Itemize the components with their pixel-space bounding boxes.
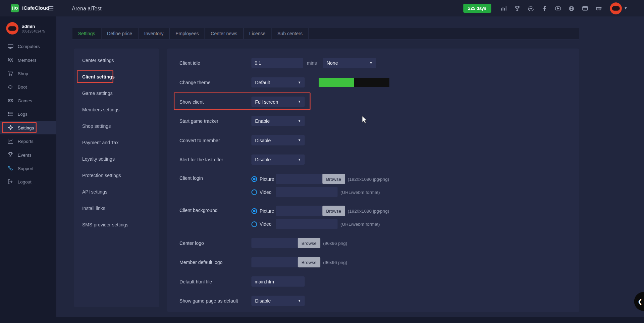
nav-item-api-settings[interactable]: API settings <box>74 183 159 200</box>
tab-sub-centers[interactable]: Sub centers <box>272 28 309 39</box>
sidebar-item-logs[interactable]: Logs <box>0 107 56 121</box>
center-logo-browse-button[interactable]: Browse <box>298 238 320 248</box>
sidebar-item-label: Support <box>18 166 34 171</box>
tab-settings[interactable]: Settings <box>72 28 101 39</box>
center-logo-input[interactable] <box>251 238 298 248</box>
show-client-label: Show client <box>179 99 251 104</box>
menu-toggle-icon[interactable] <box>47 5 54 11</box>
sidebar-item-boot[interactable]: Boot <box>0 80 56 94</box>
change-theme-label: Change theme <box>179 80 251 85</box>
chevron-down-icon[interactable]: ▼ <box>624 6 628 10</box>
client-idle-input[interactable] <box>251 58 303 68</box>
sidebar-item-computers[interactable]: Computers <box>0 40 56 53</box>
sidebar-item-members[interactable]: Members <box>0 53 56 66</box>
client-idle-label: Client idle <box>179 61 251 66</box>
member-default-logo-input[interactable] <box>251 257 298 268</box>
alert-last-offer-select[interactable]: Disable ▼ <box>251 154 305 165</box>
theme-primary-swatch <box>319 78 354 87</box>
sidebar-item-shop[interactable]: Shop <box>0 66 56 80</box>
client-login-video-input[interactable] <box>276 187 338 197</box>
nav-item-sms-provider-settings[interactable]: SMS provider settings <box>74 216 159 233</box>
nav-item-members-settings[interactable]: Members settings <box>74 101 159 118</box>
convert-to-member-select[interactable]: Disable ▼ <box>251 135 305 146</box>
show-client-value: Full screen <box>255 99 278 104</box>
sidebar-item-reports[interactable]: Reports <box>0 134 56 148</box>
sidebar-user-id: 005193482475 <box>22 29 45 33</box>
row-start-game-tracker: Start game tracker Enable ▼ <box>179 111 579 131</box>
tab-employees[interactable]: Employees <box>170 28 205 39</box>
sidebar-item-label: Reports <box>18 139 34 144</box>
tab-center-news[interactable]: Center news <box>205 28 244 39</box>
sidebar-item-events[interactable]: Events <box>0 148 56 161</box>
client-background-label: Client background <box>179 201 251 213</box>
client-login-label: Client login <box>179 169 251 180</box>
user-avatar[interactable] <box>610 2 622 14</box>
sidebar-item-support[interactable]: Support <box>0 161 56 175</box>
client-login-picture-input[interactable] <box>276 174 322 184</box>
client-login-video-hint: (URL/webm format) <box>340 190 380 195</box>
computer-icon <box>7 43 13 49</box>
nav-item-protection-settings[interactable]: Protection settings <box>74 167 159 183</box>
globe-icon[interactable] <box>567 3 576 13</box>
client-idle-action-value: None <box>327 61 338 66</box>
change-theme-select[interactable]: Default ▼ <box>251 77 305 88</box>
center-tabs: Settings Define price Inventory Employee… <box>72 28 579 39</box>
sidebar-item-settings[interactable]: Settings <box>0 121 56 134</box>
client-background-picture-radio[interactable] <box>251 208 257 214</box>
sidebar-item-label: Settings <box>18 125 34 130</box>
subscription-days-badge[interactable]: 225 days <box>463 4 491 13</box>
tab-license[interactable]: License <box>244 28 272 39</box>
default-html-file-input[interactable] <box>251 276 305 287</box>
chevron-down-icon: ▼ <box>298 158 301 161</box>
trophy-icon <box>7 152 13 158</box>
client-background-picture-browse-button[interactable]: Browse <box>322 206 345 216</box>
nav-item-client-settings[interactable]: Client settings <box>74 68 159 85</box>
app-root: iCafeCloud Arena aiTest 225 days <box>0 0 644 323</box>
show-game-page-value: Disable <box>255 299 271 304</box>
client-background-video-radio[interactable] <box>251 221 257 227</box>
discord-icon[interactable] <box>526 3 535 13</box>
alert-last-offer-label: Alert for the last offer <box>179 157 251 162</box>
nav-item-payment-and-tax[interactable]: Payment and Tax <box>74 134 159 151</box>
client-login-picture-radio[interactable] <box>251 176 257 182</box>
nav-item-center-settings[interactable]: Center settings <box>74 52 159 69</box>
row-client-background: Client background Picture Browse (1920x1… <box>179 201 579 233</box>
client-background-video-radio-label: Video <box>260 222 276 227</box>
show-game-page-select[interactable]: Disable ▼ <box>251 296 305 306</box>
row-convert-to-member: Convert to member Disable ▼ <box>179 130 579 150</box>
sidebar-item-games[interactable]: Games <box>0 94 56 107</box>
youtube-icon[interactable] <box>553 3 562 13</box>
tab-define-price[interactable]: Define price <box>101 28 139 39</box>
nav-item-shop-settings[interactable]: Shop settings <box>74 118 159 134</box>
client-background-picture-input[interactable] <box>276 206 322 216</box>
chevron-down-icon: ▼ <box>298 119 301 123</box>
client-idle-unit: mins <box>307 61 317 66</box>
trophy-icon[interactable] <box>512 3 522 13</box>
sidebar-user-avatar <box>6 22 18 35</box>
client-background-video-input[interactable] <box>276 219 338 229</box>
facebook-icon[interactable] <box>539 3 549 13</box>
tab-inventory[interactable]: Inventory <box>139 28 170 39</box>
client-login-video-radio[interactable] <box>251 189 257 195</box>
client-login-picture-browse-button[interactable]: Browse <box>322 174 345 184</box>
client-idle-action-select[interactable]: None ▼ <box>323 58 376 68</box>
start-game-tracker-select[interactable]: Enable ▼ <box>251 116 305 126</box>
row-client-login: Client login Picture Browse (1920x1080 j… <box>179 169 579 201</box>
sidebar-item-logout[interactable]: Logout <box>0 175 56 189</box>
member-default-logo-browse-button[interactable]: Browse <box>298 257 320 268</box>
billing-icon[interactable] <box>580 3 590 13</box>
nav-item-game-settings[interactable]: Game settings <box>74 85 159 101</box>
convert-to-member-value: Disable <box>255 138 271 143</box>
partners-icon[interactable] <box>593 3 603 13</box>
default-html-file-label: Default html file <box>179 279 251 284</box>
show-client-select[interactable]: Full screen ▼ <box>251 97 305 107</box>
chevron-down-icon: ▼ <box>369 61 373 65</box>
client-login-picture-hint: (1920x1080 jpg/png) <box>348 176 389 181</box>
nav-item-loyalty-settings[interactable]: Loyalty settings <box>74 151 159 167</box>
sidebar-user[interactable]: admin 005193482475 <box>0 16 56 40</box>
chevron-down-icon: ▼ <box>298 100 301 104</box>
chevron-down-icon: ▼ <box>298 299 301 303</box>
chevron-down-icon: ▼ <box>298 139 301 142</box>
stats-icon[interactable] <box>499 3 508 13</box>
nav-item-install-links[interactable]: Install links <box>74 200 159 216</box>
